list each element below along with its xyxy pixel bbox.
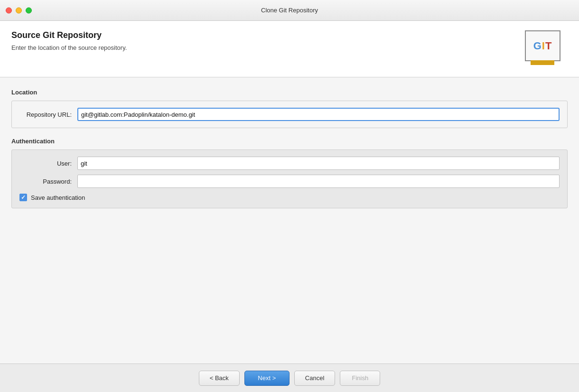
password-label: Password: <box>19 178 72 185</box>
title-bar: Clone Git Repository <box>0 0 579 21</box>
repository-url-row: Repository URL: <box>19 108 560 121</box>
dialog-content: Source Git Repository Enter the location… <box>0 21 579 392</box>
back-button[interactable]: < Back <box>199 371 240 386</box>
checkmark-icon: ✓ <box>21 195 26 200</box>
finish-button[interactable]: Finish <box>340 371 380 386</box>
header-title: Source Git Repository <box>11 30 515 40</box>
location-block: Repository URL: <box>11 101 568 128</box>
window-title: Clone Git Repository <box>261 7 318 14</box>
bottom-bar: < Back Next > Cancel Finish <box>0 364 579 392</box>
authentication-label: Authentication <box>11 138 568 145</box>
save-auth-checkbox[interactable]: ✓ <box>19 194 27 201</box>
git-icon: GIT <box>525 30 568 68</box>
header-subtitle: Enter the location of the source reposit… <box>11 44 515 51</box>
repository-url-input[interactable] <box>77 108 560 121</box>
git-icon-text: GIT <box>533 41 552 51</box>
user-input[interactable] <box>77 157 560 170</box>
header-section: Source Git Repository Enter the location… <box>0 21 579 77</box>
save-auth-row: ✓ Save authentication <box>19 194 560 201</box>
repository-url-label: Repository URL: <box>19 111 72 118</box>
save-auth-label: Save authentication <box>31 194 85 201</box>
close-button[interactable] <box>6 7 12 13</box>
password-row: Password: <box>19 175 560 188</box>
user-row: User: <box>19 157 560 170</box>
authentication-section: Authentication User: Password: ✓ Sa <box>11 138 568 208</box>
password-input[interactable] <box>77 175 560 188</box>
minimize-button[interactable] <box>16 7 22 13</box>
location-label: Location <box>11 89 568 96</box>
spacer <box>11 218 568 354</box>
maximize-button[interactable] <box>26 7 32 13</box>
auth-block: User: Password: ✓ Save authentication <box>11 149 568 208</box>
location-section: Location Repository URL: <box>11 89 568 128</box>
next-button[interactable]: Next > <box>244 371 290 386</box>
form-area: Location Repository URL: Authentication … <box>0 77 579 364</box>
user-label: User: <box>19 160 72 167</box>
header-text: Source Git Repository Enter the location… <box>11 30 515 51</box>
window-controls[interactable] <box>6 7 32 13</box>
cancel-button[interactable]: Cancel <box>294 371 335 386</box>
